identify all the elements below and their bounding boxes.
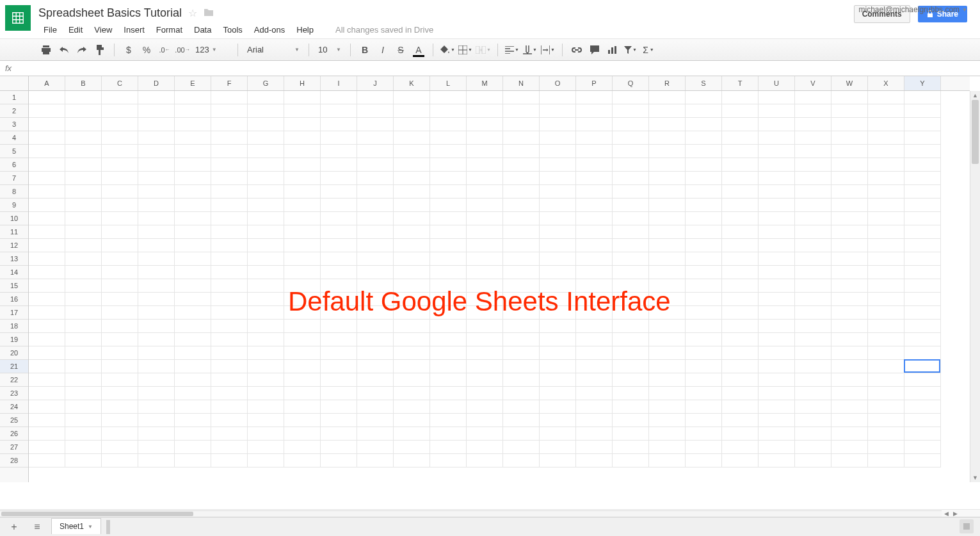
cell[interactable]	[211, 346, 248, 360]
cell[interactable]	[394, 293, 430, 306]
row-header[interactable]: 4	[0, 131, 28, 145]
menu-data[interactable]: Data	[189, 22, 216, 37]
cell[interactable]	[503, 91, 540, 104]
cell[interactable]	[284, 373, 321, 387]
cell[interactable]	[576, 252, 613, 266]
cell[interactable]	[394, 225, 430, 239]
cell[interactable]	[175, 131, 211, 145]
cell[interactable]	[576, 414, 613, 427]
cell[interactable]	[102, 293, 138, 306]
cell[interactable]	[759, 306, 795, 320]
column-header[interactable]: O	[540, 76, 576, 90]
cell[interactable]	[904, 333, 941, 346]
cell[interactable]	[795, 172, 831, 185]
cell[interactable]	[868, 320, 904, 333]
v-align-icon[interactable]: ▼	[522, 42, 538, 58]
cell[interactable]	[503, 199, 540, 212]
cell[interactable]	[503, 266, 540, 279]
cell[interactable]	[831, 360, 868, 373]
cell[interactable]	[29, 320, 65, 333]
cell[interactable]	[357, 293, 394, 306]
cell[interactable]	[759, 400, 795, 414]
cell[interactable]	[357, 306, 394, 320]
cell[interactable]	[211, 333, 248, 346]
cell[interactable]	[868, 158, 904, 172]
cell[interactable]	[868, 293, 904, 306]
cell[interactable]	[430, 333, 467, 346]
cell[interactable]	[467, 346, 503, 360]
cell[interactable]	[175, 266, 211, 279]
cell[interactable]	[722, 427, 759, 441]
cell[interactable]	[248, 118, 284, 131]
cell[interactable]	[759, 373, 795, 387]
cell[interactable]	[831, 252, 868, 266]
cell[interactable]	[831, 185, 868, 199]
cell[interactable]	[686, 104, 722, 118]
cell[interactable]	[868, 131, 904, 145]
cell[interactable]	[722, 225, 759, 239]
cell[interactable]	[722, 306, 759, 320]
row-header[interactable]: 28	[0, 454, 28, 467]
cell[interactable]	[138, 333, 175, 346]
cell[interactable]	[868, 118, 904, 131]
cell[interactable]	[102, 252, 138, 266]
cell[interactable]	[175, 306, 211, 320]
row-header[interactable]: 25	[0, 414, 28, 427]
cell[interactable]	[357, 400, 394, 414]
cell[interactable]	[175, 185, 211, 199]
column-header[interactable]: W	[831, 76, 868, 90]
cell[interactable]	[759, 427, 795, 441]
cell[interactable]	[576, 91, 613, 104]
cell[interactable]	[284, 172, 321, 185]
cell[interactable]	[576, 199, 613, 212]
cell[interactable]	[430, 185, 467, 199]
cell[interactable]	[831, 373, 868, 387]
cell[interactable]	[722, 387, 759, 400]
cell[interactable]	[248, 212, 284, 225]
cell[interactable]	[795, 346, 831, 360]
cell[interactable]	[467, 91, 503, 104]
cell[interactable]	[722, 360, 759, 373]
row-header[interactable]: 9	[0, 199, 28, 212]
cell[interactable]	[576, 427, 613, 441]
cell[interactable]	[102, 400, 138, 414]
cell[interactable]	[29, 400, 65, 414]
cell[interactable]	[65, 454, 102, 467]
cell[interactable]	[102, 131, 138, 145]
cell[interactable]	[868, 185, 904, 199]
cell[interactable]	[686, 212, 722, 225]
cell[interactable]	[430, 414, 467, 427]
cell[interactable]	[394, 346, 430, 360]
strikethrough-icon[interactable]: S	[393, 42, 408, 58]
cell[interactable]	[248, 91, 284, 104]
borders-icon[interactable]: ▼	[458, 42, 473, 58]
cells-area[interactable]: Default Google Sheets Interface	[29, 91, 970, 482]
cell[interactable]	[102, 346, 138, 360]
cell[interactable]	[503, 346, 540, 360]
cell[interactable]	[868, 145, 904, 158]
cell[interactable]	[321, 131, 357, 145]
cell[interactable]	[175, 212, 211, 225]
cell[interactable]	[29, 91, 65, 104]
cell[interactable]	[540, 185, 576, 199]
cell[interactable]	[321, 346, 357, 360]
cell[interactable]	[248, 400, 284, 414]
cell[interactable]	[613, 360, 649, 373]
cell[interactable]	[248, 306, 284, 320]
cell[interactable]	[540, 346, 576, 360]
column-header[interactable]: A	[29, 76, 65, 90]
row-header[interactable]: 3	[0, 118, 28, 131]
cell[interactable]	[394, 414, 430, 427]
cell[interactable]	[102, 91, 138, 104]
cell[interactable]	[65, 118, 102, 131]
cell[interactable]	[248, 360, 284, 373]
cell[interactable]	[284, 131, 321, 145]
functions-icon[interactable]: Σ▼	[641, 42, 656, 58]
cell[interactable]	[613, 212, 649, 225]
cell[interactable]	[904, 414, 941, 427]
cell[interactable]	[357, 266, 394, 279]
cell[interactable]	[795, 441, 831, 454]
cell[interactable]	[759, 441, 795, 454]
cell[interactable]	[904, 320, 941, 333]
format-currency[interactable]: $	[121, 42, 136, 58]
